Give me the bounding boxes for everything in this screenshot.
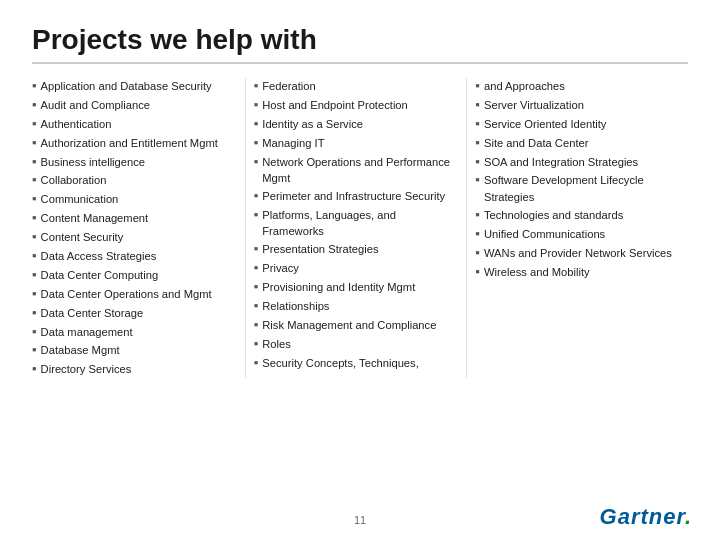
item-text: Content Management [41,210,237,226]
bullet-icon: ▪ [254,298,259,315]
bullet-icon: ▪ [475,264,480,281]
list-item: ▪Unified Communications [475,226,680,243]
list-item: ▪Provisioning and Identity Mgmt [254,279,459,296]
list-item: ▪Presentation Strategies [254,241,459,258]
list-item: ▪Technologies and standards [475,207,680,224]
list-item: ▪Data Access Strategies [32,248,237,265]
gartner-text: Gartner [600,504,685,529]
list-item: ▪Roles [254,336,459,353]
item-text: Application and Database Security [41,78,237,94]
bullet-icon: ▪ [475,116,480,133]
item-text: Perimeter and Infrastructure Security [262,188,458,204]
list-item: ▪Communication [32,191,237,208]
bullet-icon: ▪ [32,154,37,171]
column-2: ▪Federation▪Host and Endpoint Protection… [254,78,468,378]
gartner-logo: Gartner. [600,504,692,530]
list-item: ▪Data Center Operations and Mgmt [32,286,237,303]
list-item: ▪Content Management [32,210,237,227]
item-text: Business intelligence [41,154,237,170]
bullet-icon: ▪ [475,245,480,262]
bullet-icon: ▪ [475,135,480,152]
list-item: ▪SOA and Integration Strategies [475,154,680,171]
list-item: ▪Data Center Computing [32,267,237,284]
list-item: ▪Managing IT [254,135,459,152]
bullet-icon: ▪ [254,355,259,372]
item-text: Roles [262,336,458,352]
item-text: Server Virtualization [484,97,680,113]
bullet-icon: ▪ [475,226,480,243]
bullet-icon: ▪ [32,135,37,152]
item-text: Privacy [262,260,458,276]
bullet-icon: ▪ [254,336,259,353]
list-item: ▪Collaboration [32,172,237,189]
bullet-icon: ▪ [32,248,37,265]
item-text: Directory Services [41,361,237,377]
list-item: ▪Service Oriented Identity [475,116,680,133]
bullet-icon: ▪ [32,361,37,378]
list-item: ▪Security Concepts, Techniques, [254,355,459,372]
item-text: Data Center Computing [41,267,237,283]
item-text: and Approaches [484,78,680,94]
list-item: ▪Federation [254,78,459,95]
bullet-icon: ▪ [32,267,37,284]
page-number: 11 [354,514,366,526]
bullet-icon: ▪ [254,207,259,224]
list-item: ▪Network Operations and Performance Mgmt [254,154,459,186]
bullet-icon: ▪ [254,154,259,171]
bullet-icon: ▪ [475,154,480,171]
list-item: ▪Platforms, Languages, and Frameworks [254,207,459,239]
bullet-icon: ▪ [475,78,480,95]
bullet-icon: ▪ [32,191,37,208]
bullet-icon: ▪ [254,78,259,95]
list-item: ▪WANs and Provider Network Services [475,245,680,262]
bullet-icon: ▪ [475,97,480,114]
item-text: Data Access Strategies [41,248,237,264]
list-item: ▪Data Center Storage [32,305,237,322]
list-item: ▪Directory Services [32,361,237,378]
content-columns: ▪Application and Database Security▪Audit… [32,78,688,378]
item-text: Identity as a Service [262,116,458,132]
item-text: Provisioning and Identity Mgmt [262,279,458,295]
bullet-icon: ▪ [32,305,37,322]
slide: Projects we help with ▪Application and D… [0,0,720,540]
list-item: ▪Content Security [32,229,237,246]
item-text: Authentication [41,116,237,132]
item-text: Relationships [262,298,458,314]
divider [32,62,688,64]
item-text: Managing IT [262,135,458,151]
bullet-icon: ▪ [254,188,259,205]
bullet-icon: ▪ [32,286,37,303]
bullet-icon: ▪ [254,135,259,152]
item-text: Unified Communications [484,226,680,242]
bullet-icon: ▪ [254,97,259,114]
bullet-icon: ▪ [32,210,37,227]
list-item: ▪Business intelligence [32,154,237,171]
list-item: ▪Data management [32,324,237,341]
bullet-icon: ▪ [475,207,480,224]
bullet-icon: ▪ [32,97,37,114]
list-item: ▪Authentication [32,116,237,133]
item-text: Presentation Strategies [262,241,458,257]
list-item: ▪Audit and Compliance [32,97,237,114]
list-item: ▪Software Development Lifecycle Strategi… [475,172,680,204]
item-text: Software Development Lifecycle Strategie… [484,172,680,204]
item-text: Authorization and Entitlement Mgmt [41,135,237,151]
bullet-icon: ▪ [254,116,259,133]
list-item: ▪Host and Endpoint Protection [254,97,459,114]
list-item: ▪Identity as a Service [254,116,459,133]
list-item: ▪Wireless and Mobility [475,264,680,281]
column-3: ▪and Approaches▪Server Virtualization▪Se… [475,78,688,378]
bullet-icon: ▪ [32,229,37,246]
list-item: ▪Risk Management and Compliance [254,317,459,334]
bullet-icon: ▪ [32,116,37,133]
bullet-icon: ▪ [32,78,37,95]
item-text: WANs and Provider Network Services [484,245,680,261]
item-text: Audit and Compliance [41,97,237,113]
item-text: Database Mgmt [41,342,237,358]
item-text: Technologies and standards [484,207,680,223]
item-text: Site and Data Center [484,135,680,151]
item-text: Network Operations and Performance Mgmt [262,154,458,186]
item-text: Risk Management and Compliance [262,317,458,333]
item-text: Content Security [41,229,237,245]
list-item: ▪and Approaches [475,78,680,95]
